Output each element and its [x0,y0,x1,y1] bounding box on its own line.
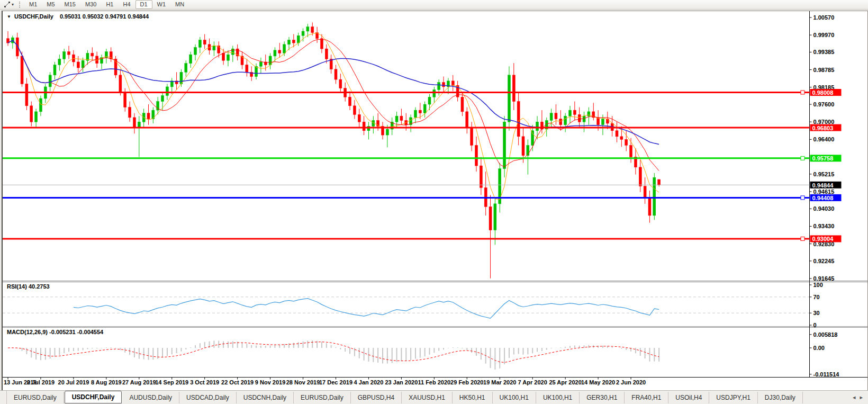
tab-audusd-daily[interactable]: AUDUSD,Daily [122,392,179,403]
time-axis-label[interactable]: 22 Oct 2019 [221,379,254,385]
macd-signal-line [8,342,659,363]
time-axis-label[interactable]: 14 Sep 2019 [155,379,188,385]
tab-usdchf-daily[interactable]: USDCHF,Daily [65,391,122,403]
macd-pane-title: MACD(12,26,9) -0.005231 -0.004554 [7,329,103,335]
tool-dropdown-caret-icon[interactable]: ▾ [12,3,14,7]
tab-xauusd-h1[interactable]: XAUUSD,H1 [402,392,453,403]
tab-hk50-h1[interactable]: HK50,H1 [453,392,493,403]
timeframe-button-d1[interactable]: D1 [135,0,152,9]
price-axis-label: 0.91645 [813,275,835,282]
crosshair-line-tool-button[interactable]: ▾ [2,1,15,8]
price-axis-label: 0.94030 [813,205,835,212]
price-axis-label: 0.97000 [813,119,835,125]
timeframe-button-w1[interactable]: W1 [152,0,171,9]
timeframe-toolbar: M1M5M15M30H1H4D1W1MN [24,0,189,9]
level-line-handle[interactable] [801,156,804,160]
price-axis-label: 0.94615 [813,188,835,195]
tab-usoil-h4[interactable]: USOil,H4 [668,392,709,403]
level-price-label: 0.93004 [812,236,834,242]
macd-axis-label: 0.00 [813,345,825,351]
tab-uk100-h1[interactable]: UK100,H1 [493,392,536,403]
macd-histogram [8,340,659,370]
time-axis-label[interactable]: 20 Jul 2019 [58,379,89,385]
time-axis: 13 Jun 20192 Jul 201920 Jul 20198 Aug 20… [4,378,646,386]
price-axis-label: 0.99970 [813,32,835,38]
collapse-ohlc-triangle-icon[interactable]: ▼ [7,14,11,19]
time-axis-label[interactable]: 14 May 2020 [581,379,615,385]
mt4-app: ▾ M1M5M15M30H1H4D1W1MN 1.005700.999700.9… [0,0,868,404]
time-axis-label[interactable]: 9 Nov 2019 [255,379,285,385]
chart-window: 1.005700.999700.993850.987850.981850.976… [2,11,868,391]
tab-usdcnh-daily[interactable]: USDCNH,Daily [237,392,294,403]
level-price-label: 0.94408 [812,195,834,201]
timeframe-button-m1[interactable]: M1 [24,0,42,9]
time-axis-label[interactable]: 27 Aug 2019 [122,379,156,385]
timeframe-button-h4[interactable]: H4 [118,0,135,9]
price-axis-label: 0.97600 [813,101,835,107]
tab-scroll-right-icon[interactable]: ▸ [860,394,863,401]
chart-tab-bar: EURUSD,DailyUSDCHF,DailyAUDUSD,DailyUSDC… [0,390,868,404]
time-axis-label[interactable]: 2 Jul 2019 [27,379,55,385]
rsi-line [74,299,659,319]
toolbar-grip[interactable] [19,2,20,8]
level-line-handle[interactable] [801,237,804,240]
level-price-label: 0.98008 [812,89,834,96]
time-axis-label[interactable]: 19 Mar 2020 [483,379,516,385]
tab-ger30-h1[interactable]: GER30,H1 [580,392,625,403]
time-axis-label[interactable]: 3 Oct 2019 [190,379,219,385]
timeframe-button-m30[interactable]: M30 [80,0,101,9]
time-axis-label[interactable]: 23 Jan 2020 [385,379,418,385]
price-axis-label: 0.95215 [813,171,835,177]
price-axis-label: 0.99385 [813,49,835,55]
candlestick-series [7,22,661,278]
rsi-pane-title: RSI(14) 40.2753 [7,283,50,290]
tab-dj30-daily[interactable]: DJ30,Daily [758,392,803,403]
current-price-label: 0.94844 [812,182,834,188]
timeframe-button-m15[interactable]: M15 [60,0,80,9]
price-axis-label: 1.00570 [813,14,835,21]
tab-scroll-arrows: ◂ ▸ [853,394,863,401]
time-axis-label[interactable]: 28 Nov 2019 [286,379,320,385]
level-line-handle[interactable] [801,91,804,94]
tab-uk100-h1-2[interactable]: UK100,H1 [536,392,580,403]
timeframe-button-h1[interactable]: H1 [101,0,118,9]
chart-title-bar: ▼ USDCHF,Daily 0.95031 0.95032 0.94791 0… [7,13,149,20]
level-price-label: 0.96803 [812,125,834,131]
chart-tabs: EURUSD,DailyUSDCHF,DailyAUDUSD,DailyUSDC… [6,391,803,404]
price-axis-label: 0.98785 [813,67,835,73]
time-axis-label[interactable]: 7 Apr 2020 [518,379,547,385]
tab-usdcad-daily[interactable]: USDCAD,Daily [179,392,237,403]
level-line-handle[interactable] [801,196,804,200]
timeframe-button-mn[interactable]: MN [170,0,189,9]
tab-scroll-left-icon[interactable]: ◂ [853,394,856,401]
tab-fra40-h1[interactable]: FRA40,H1 [625,392,668,403]
rsi-axis-label: 70 [813,294,820,300]
time-axis-label[interactable]: 2 Jun 2020 [616,379,646,385]
rsi-axis-label: 100 [813,282,823,288]
time-axis-label[interactable]: 25 Apr 2020 [549,379,581,385]
macd-axis-label: 0.005818 [813,331,838,338]
tab-gbpusd-h4[interactable]: GBPUSD,H4 [351,392,402,403]
symbol-timeframe-label: USDCHF,Daily [14,13,53,20]
tab-eurusd-daily[interactable]: EURUSD,Daily [7,392,64,403]
time-axis-label[interactable]: 4 Jan 2020 [354,379,384,385]
tab-usdjpy-h1[interactable]: USDJPY,H1 [709,392,757,403]
chart-canvas[interactable]: 1.005700.999700.993850.987850.981850.976… [3,11,867,390]
price-axis-label: 0.96400 [813,136,835,142]
time-axis-label[interactable]: 8 Aug 2019 [91,379,122,385]
time-axis-label[interactable]: 29 Feb 2020 [450,379,483,385]
top-toolbar: ▾ M1M5M15M30H1H4D1W1MN [0,0,868,10]
macd-axis-label: -0.011514 [813,371,840,378]
level-price-label: 0.95758 [812,155,834,161]
tab-eurusd-daily-2[interactable]: EURUSD,Daily [294,392,351,403]
timeframe-button-m5[interactable]: M5 [42,0,59,9]
ohlc-readout: 0.95031 0.95032 0.94791 0.94844 [60,13,149,20]
time-axis-label[interactable]: 11 Feb 2020 [418,379,450,385]
time-axis-label[interactable]: 17 Dec 2019 [319,379,352,385]
rsi-axis-label: 0 [813,322,817,328]
price-axis-label: 0.93430 [813,223,835,229]
rsi-axis-label: 30 [813,310,820,316]
ma-medium-line[interactable] [8,39,659,170]
price-axis-label: 0.92245 [813,258,835,264]
crosshair-line-tool-icon [4,1,11,8]
